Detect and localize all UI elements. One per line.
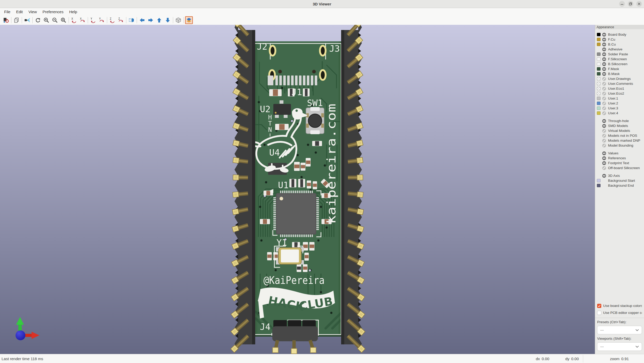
visibility-eye-icon[interactable]: [602, 124, 606, 128]
restore-button[interactable]: [628, 1, 633, 7]
menu-item-file[interactable]: File: [1, 9, 13, 15]
use-board-stackup-colors-row[interactable]: Use board stackup colors: [597, 302, 642, 309]
zoom-in-button[interactable]: [42, 16, 50, 24]
layer-color-swatch[interactable]: [597, 102, 601, 105]
layer-color-swatch[interactable]: [597, 82, 601, 85]
visibility-hidden-icon[interactable]: [602, 106, 606, 110]
rotate-z-cw-button[interactable]: Z: [117, 16, 125, 24]
layer-color-swatch[interactable]: [597, 87, 601, 90]
menu-item-view[interactable]: View: [26, 9, 40, 15]
appearance-layer-row[interactable]: B.Mask: [595, 71, 644, 76]
render-raytracing-button[interactable]: [23, 16, 31, 24]
appearance-misc-row[interactable]: Background Start: [595, 178, 644, 183]
menu-item-help[interactable]: Help: [66, 9, 80, 15]
appearance-layer-row[interactable]: User.4: [595, 111, 644, 116]
appearance-layer-row[interactable]: B.Silkscreen: [595, 62, 644, 66]
appearance-layer-row[interactable]: User.3: [595, 106, 644, 111]
appearance-layer-row[interactable]: F.Silkscreen: [595, 57, 644, 62]
pan-down-button[interactable]: [164, 16, 172, 24]
rotate-x-ccw-button[interactable]: X: [70, 16, 78, 24]
close-button[interactable]: [636, 1, 642, 7]
appearance-layer-row[interactable]: Solder Paste: [595, 52, 644, 57]
visibility-eye-icon[interactable]: [602, 151, 606, 155]
visibility-hidden-icon[interactable]: [602, 139, 606, 143]
layer-color-swatch[interactable]: [597, 92, 601, 95]
3d-viewport[interactable]: HACK CLUB J2 J3 J1 U2 SW1 U4 U1 Y1 J4 HT…: [0, 25, 595, 354]
visibility-hidden-icon[interactable]: [602, 92, 606, 96]
visibility-hidden-icon[interactable]: [602, 101, 606, 105]
use-pcb-editor-copper-colors-checkbox[interactable]: [597, 311, 601, 315]
visibility-hidden-icon[interactable]: [602, 111, 606, 115]
visibility-eye-icon[interactable]: [602, 72, 606, 76]
pan-left-button[interactable]: [138, 16, 146, 24]
reload-board-button[interactable]: [2, 16, 10, 24]
rotate-x-cw-button[interactable]: X: [79, 16, 86, 24]
visibility-hidden-icon[interactable]: [602, 82, 606, 86]
layer-color-swatch[interactable]: [597, 62, 601, 66]
appearance-layer-row[interactable]: User.1: [595, 96, 644, 101]
flip-board-button[interactable]: [128, 16, 135, 24]
presets-dropdown[interactable]: ---: [597, 326, 642, 334]
layer-color-swatch[interactable]: [597, 43, 601, 46]
appearance-model-row[interactable]: Virtual Models: [595, 128, 644, 133]
pan-up-button[interactable]: [155, 16, 163, 24]
visibility-hidden-icon[interactable]: [602, 77, 606, 81]
refresh-view-button[interactable]: [34, 16, 42, 24]
visibility-eye-icon[interactable]: [602, 57, 606, 61]
layer-color-swatch[interactable]: [597, 111, 601, 115]
appearance-layer-row[interactable]: F.Cu: [595, 37, 644, 42]
layer-color-swatch[interactable]: [597, 67, 601, 71]
use-pcb-editor-copper-colors-row[interactable]: Use PCB editor copper colors: [597, 309, 642, 316]
visibility-hidden-icon[interactable]: [602, 134, 606, 138]
zoom-fit-button[interactable]: [60, 16, 67, 24]
visibility-hidden-icon[interactable]: [602, 87, 606, 91]
layer-color-swatch[interactable]: [597, 77, 601, 80]
layer-color-swatch[interactable]: [597, 52, 601, 56]
appearance-layer-row[interactable]: B.Cu: [595, 42, 644, 47]
visibility-eye-icon[interactable]: [602, 52, 606, 56]
visibility-eye-icon[interactable]: [602, 33, 606, 37]
layer-color-swatch[interactable]: [597, 57, 601, 61]
appearance-model-row[interactable]: SMD Models: [595, 123, 644, 128]
appearance-panel-button[interactable]: [185, 16, 193, 24]
visibility-eye-icon[interactable]: [602, 42, 606, 47]
visibility-eye-icon[interactable]: [602, 161, 606, 165]
layer-color-swatch[interactable]: [597, 38, 601, 41]
zoom-out-button[interactable]: [51, 16, 59, 24]
appearance-text-row[interactable]: Off-board Silkscreen: [595, 165, 644, 170]
rotate-z-ccw-button[interactable]: Z: [108, 16, 116, 24]
visibility-hidden-icon[interactable]: [602, 129, 606, 133]
appearance-layer-row[interactable]: User.Eco1: [595, 86, 644, 91]
appearance-model-row[interactable]: Model Bounding: [595, 143, 644, 148]
layer-color-swatch[interactable]: [597, 72, 601, 75]
pan-right-button[interactable]: [147, 16, 155, 24]
appearance-layer-row[interactable]: F.Mask: [595, 66, 644, 71]
appearance-layer-row[interactable]: User.2: [595, 101, 644, 106]
menu-item-preferences[interactable]: Preferences: [40, 9, 66, 15]
visibility-eye-icon[interactable]: [602, 47, 606, 51]
copy-image-button[interactable]: [13, 16, 20, 24]
layer-color-swatch[interactable]: [597, 179, 601, 182]
visibility-hidden-icon[interactable]: [602, 166, 606, 170]
visibility-eye-icon[interactable]: [602, 174, 606, 178]
appearance-text-row[interactable]: References: [595, 156, 644, 161]
visibility-eye-icon[interactable]: [602, 37, 606, 42]
visibility-hidden-icon[interactable]: [602, 143, 606, 148]
viewports-dropdown[interactable]: ---: [597, 342, 642, 351]
use-board-stackup-colors-checkbox[interactable]: [597, 304, 601, 308]
layer-color-swatch[interactable]: [597, 33, 601, 36]
visibility-eye-icon[interactable]: [602, 67, 606, 71]
appearance-misc-row[interactable]: Background End: [595, 183, 644, 188]
minimize-button[interactable]: [619, 1, 625, 7]
layer-color-swatch[interactable]: [597, 184, 601, 187]
visibility-hidden-icon[interactable]: [602, 96, 606, 101]
layer-color-swatch[interactable]: [597, 97, 601, 100]
menu-item-edit[interactable]: Edit: [13, 9, 26, 15]
visibility-eye-icon[interactable]: [602, 119, 606, 123]
rotate-y-cw-button[interactable]: Y: [98, 16, 106, 24]
appearance-text-row[interactable]: Footprint Text: [595, 161, 644, 165]
appearance-layer-row[interactable]: User.Comments: [595, 81, 644, 86]
appearance-model-row[interactable]: Models marked DNP: [595, 138, 644, 143]
appearance-text-row[interactable]: Values: [595, 151, 644, 156]
visibility-eye-icon[interactable]: [602, 156, 606, 160]
